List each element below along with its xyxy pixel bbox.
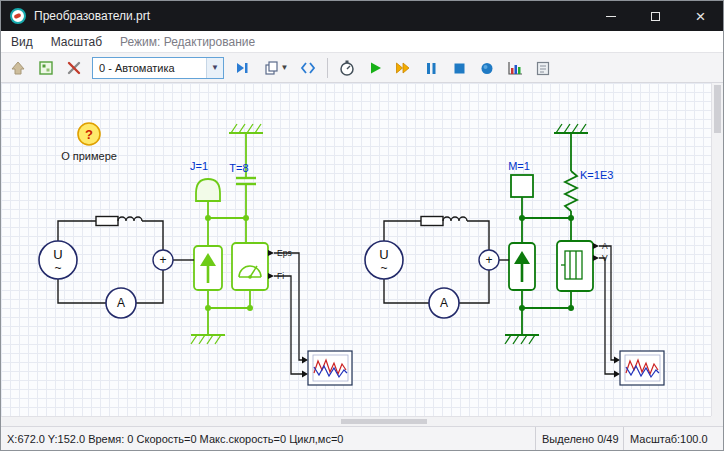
schematic-canvas[interactable]: ? О примере [1,83,723,426]
plus-label: + [485,253,492,267]
copy-pages-button[interactable]: ▼ [257,56,293,80]
summator-block[interactable]: + [153,250,173,270]
ammeter-block[interactable]: A [429,288,459,318]
nav-up-button[interactable] [5,56,31,80]
wire [58,279,106,303]
stopwatch-icon [338,59,356,77]
plus-label: + [159,253,166,267]
example-label: О примере [61,150,117,162]
step-forward-icon [233,59,251,77]
gauge-sensor-block[interactable] [232,243,268,290]
pause-icon [422,59,440,77]
menu-scale[interactable]: Масштаб [51,35,102,49]
source-label: U [379,247,388,262]
voltage-source-block[interactable]: U ~ [39,241,77,279]
junction-dot [568,305,574,311]
junction-dot [519,305,525,311]
mode-select-value: 0 - Автоматика [99,62,175,74]
record-button[interactable] [474,56,500,80]
pause-button[interactable] [418,56,444,80]
source-label: U [53,247,62,262]
input-port-icon [614,371,620,378]
menu-view[interactable]: Вид [11,35,33,49]
force-source-block[interactable] [509,243,535,290]
param-label-inertia: J=1 [190,160,208,172]
capacitor-block[interactable] [236,178,256,218]
tools-button[interactable] [61,56,87,80]
charts-button[interactable] [502,56,528,80]
toolbar-separator [327,58,328,78]
stop-button[interactable] [446,56,472,80]
param-label-mass: M=1 [508,160,530,172]
horizontal-scrollbar-thumb[interactable] [341,419,427,424]
menu-mode[interactable]: Режим: Редактирование [120,35,255,49]
force-source-block[interactable] [194,246,222,290]
stopwatch-button[interactable] [334,56,360,80]
nav-up-icon [9,59,27,77]
fast-run-button[interactable] [390,56,416,80]
vertical-scrollbar[interactable] [711,83,723,416]
spring-block[interactable] [565,171,577,218]
question-mark-icon: ? [85,127,93,142]
resistor-inductor-block[interactable] [421,217,467,226]
close-button[interactable]: × [678,1,723,31]
wire [58,221,96,241]
fast-run-icon [394,59,412,77]
report-icon [534,59,552,77]
schematic-diagram: ? О примере [1,83,701,418]
step-forward-button[interactable] [229,56,255,80]
example-help-block[interactable]: ? О примере [61,123,117,162]
wire [142,221,163,250]
chevron-down-icon[interactable]: ▼ [206,58,223,78]
motion-sensor-block[interactable] [557,241,593,291]
minimize-button[interactable] [588,1,633,31]
wire [208,290,250,335]
ammeter-label: A [440,296,448,310]
wire [208,218,246,246]
charts-icon [506,59,524,77]
output-port-icon [268,273,274,279]
summator-block[interactable]: + [479,250,499,270]
wire [522,218,571,243]
window-title: Преобразователи.prt [34,9,150,23]
voltage-source-block[interactable]: U ~ [365,241,403,279]
scope-block[interactable] [614,351,664,385]
report-button[interactable] [530,56,556,80]
maximize-button[interactable] [633,1,678,31]
toolbar: 0 - Автоматика ▼ ▼ [1,53,723,83]
code-view-icon [299,59,317,77]
status-position: X:672.0 Y:152.0 Время: 0 Скорость=0 Макс… [1,427,535,450]
wire [136,270,163,303]
mass-block[interactable] [511,175,533,218]
horizontal-scrollbar[interactable] [1,416,711,426]
ammeter-block[interactable]: A [106,288,136,318]
output-port-icon [593,243,599,249]
inertia-block[interactable] [196,179,220,218]
ammeter-label: A [117,296,125,310]
mode-select[interactable]: 0 - Автоматика ▼ [92,57,224,79]
wire [384,221,421,241]
resistor-inductor-block[interactable] [96,217,142,226]
param-label-spring: K=1E3 [580,169,613,181]
scope-block[interactable] [302,351,352,385]
status-selection: Выделено 0/49 [535,427,623,450]
run-button[interactable] [362,56,388,80]
param-label-capacitor: T=8 [229,162,248,174]
junction-dot [205,305,211,311]
ground-top-icon[interactable] [554,124,588,171]
library-icon [37,59,55,77]
status-bar: X:672.0 Y:152.0 Время: 0 Скорость=0 Макс… [1,426,723,450]
wire [459,270,489,303]
input-port-icon [302,371,308,378]
app-logo-icon [10,8,26,24]
title-bar[interactable]: Преобразователи.prt × [1,1,723,31]
output-port-icon [268,250,274,256]
record-icon [478,59,496,77]
code-view-button[interactable] [295,56,321,80]
ground-bottom-icon[interactable] [505,335,539,344]
vertical-scrollbar-thumb[interactable] [714,85,721,133]
scope-wires [599,246,614,374]
library-button[interactable] [33,56,59,80]
ground-bottom-icon[interactable] [191,335,225,344]
source-wave-label: ~ [380,261,387,275]
